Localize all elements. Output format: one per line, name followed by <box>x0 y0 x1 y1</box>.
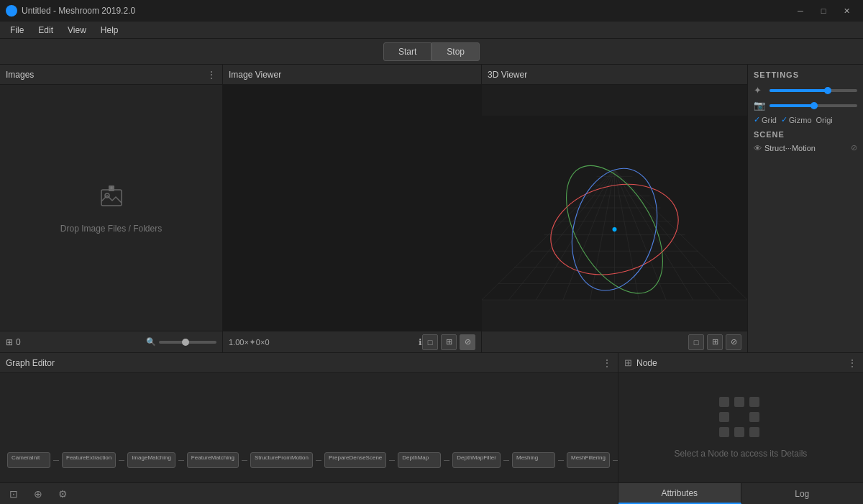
scene-item: 👁 Struct···Motion ⊘ <box>754 143 857 152</box>
titlebar-left: Untitled - Meshroom 2019.2.0 <box>6 5 135 17</box>
node-preparedensescene[interactable]: PrepareDenseScene <box>324 452 386 468</box>
pipeline-nodes: CameraInit FeatureExtraction ImageMatchi… <box>7 452 618 468</box>
eye-icon[interactable]: 👁 <box>754 144 762 152</box>
connector-6 <box>389 460 395 461</box>
svg-point-29 <box>612 227 616 232</box>
viewer3d-grid-view-button[interactable]: ⊞ <box>707 334 723 350</box>
images-panel: Images ⋮ + Drop Image Files / Folders <box>0 65 223 352</box>
images-count-value: 0 <box>16 337 21 347</box>
connector-7 <box>444 460 449 461</box>
node-depthmapfilter[interactable]: DepthMapFilter <box>452 452 501 468</box>
graph-canvas[interactable]: CameraInit FeatureExtraction ImageMatchi… <box>0 373 618 482</box>
menu-help[interactable]: Help <box>93 24 126 37</box>
node-detail-area: Select a Node to access its Details <box>618 373 863 482</box>
brightness-fill <box>770 89 826 92</box>
iv-single-view-button[interactable]: □ <box>422 334 438 350</box>
grid-checkmark: ✓ <box>754 115 760 124</box>
node-meshfiltering[interactable]: MeshFiltering <box>567 452 610 468</box>
connector-2 <box>119 460 124 461</box>
viewer3d-title: 3D Viewer <box>488 70 527 80</box>
svg-text:+: + <box>109 185 113 191</box>
viewer3d-canvas[interactable] <box>482 85 747 331</box>
main-content: Images ⋮ + Drop Image Files / Folders <box>0 65 863 504</box>
settings-row-1: ✦ <box>754 85 857 96</box>
viewer3d-single-view-button[interactable]: □ <box>688 334 704 350</box>
settings-checkboxes: ✓ Grid ✓ Gizmo Origi <box>754 115 857 124</box>
graph-fit-button[interactable]: ⊡ <box>6 486 22 502</box>
graph-panel: Graph Editor ⋮ CameraInit FeatureExtract… <box>0 353 618 504</box>
menubar: File Edit View Help <box>0 22 863 39</box>
node-dot-2 <box>734 397 744 407</box>
grid-checkbox[interactable]: ✓ Grid <box>754 115 777 124</box>
node-menu-icon[interactable]: ⋮ <box>847 357 857 369</box>
graph-header: Graph Editor ⋮ <box>0 353 618 373</box>
connector-1 <box>53 460 59 461</box>
graph-menu-icon[interactable]: ⋮ <box>602 357 612 369</box>
graph-center-button[interactable]: ⊕ <box>30 486 46 502</box>
menu-view[interactable]: View <box>60 24 93 37</box>
scene-hide-icon[interactable]: ⊘ <box>851 143 857 152</box>
app-title: Untitled - Meshroom 2019.2.0 <box>22 6 135 16</box>
connector-8 <box>503 460 509 461</box>
drop-text: Drop Image Files / Folders <box>60 224 162 234</box>
node-dot-5 <box>734 412 744 422</box>
tab-attributes[interactable]: Attributes <box>618 483 741 504</box>
node-dot-7 <box>719 427 729 437</box>
camera-slider[interactable] <box>770 104 857 107</box>
close-button[interactable]: ✕ <box>836 4 857 18</box>
iv-grid-view-button[interactable]: ⊞ <box>441 334 457 350</box>
node-icon: ⊞ <box>624 357 632 368</box>
images-count: ⊞ 0 <box>6 337 21 347</box>
zoom-slider-images[interactable] <box>159 341 216 344</box>
connector-5 <box>316 460 321 461</box>
viewer3d-compare-view-button[interactable]: ⊘ <box>726 334 741 350</box>
node-featureextraction[interactable]: FeatureExtraction <box>62 452 116 468</box>
node-panel: ⊞ Node ⋮ Select a Node to access i <box>618 353 863 504</box>
origin-label: Origi <box>816 116 833 124</box>
node-meshing[interactable]: Meshing <box>512 452 555 468</box>
menu-file[interactable]: File <box>3 24 31 37</box>
origin-checkbox[interactable]: Origi <box>816 116 833 124</box>
node-placeholder-icon <box>719 397 762 440</box>
graph-footer: ⊡ ⊕ ⚙ <box>0 482 618 504</box>
iv-compare-view-button[interactable]: ⊘ <box>460 334 475 350</box>
node-dot-9 <box>749 427 759 437</box>
gizmo-checkmark: ✓ <box>781 115 787 124</box>
maximize-button[interactable]: □ <box>813 4 834 18</box>
app-icon <box>6 5 17 17</box>
stop-button[interactable]: Stop <box>432 42 480 61</box>
brightness-thumb <box>824 87 831 94</box>
connector-3 <box>178 460 184 461</box>
node-depthmap[interactable]: DepthMap <box>398 452 441 468</box>
camera-thumb <box>811 102 818 109</box>
camera-fill <box>770 104 813 107</box>
node-camerainit[interactable]: CameraInit <box>7 452 50 468</box>
settings-row-2: 📷 <box>754 100 857 111</box>
node-dot-1 <box>719 397 729 407</box>
brightness-slider[interactable] <box>770 89 857 92</box>
iv-coordinates: 0×0 <box>256 338 270 347</box>
node-placeholder-text: Select a Node to access its Details <box>675 449 808 459</box>
connector-10 <box>613 460 618 461</box>
node-dot-8 <box>734 427 744 437</box>
menu-edit[interactable]: Edit <box>31 24 60 37</box>
start-button[interactable]: Start <box>383 42 432 61</box>
images-drop-zone[interactable]: + Drop Image Files / Folders <box>0 85 222 331</box>
node-imagematching[interactable]: ImageMatching <box>127 452 175 468</box>
sun-icon: ✦ <box>754 85 765 96</box>
tab-log[interactable]: Log <box>741 483 864 504</box>
image-viewer-canvas[interactable] <box>223 85 481 331</box>
viewer3d-grid-svg <box>482 85 747 331</box>
image-viewer-panel: Image Viewer 1.00× ✦ 0×0 ℹ □ ⊞ ⊘ <box>223 65 482 352</box>
graph-settings-button[interactable]: ⚙ <box>55 486 70 502</box>
gizmo-label: Gizmo <box>789 116 812 124</box>
images-menu-icon[interactable]: ⋮ <box>206 69 216 81</box>
zoom-out-icon[interactable]: 🔍 <box>146 337 156 347</box>
gizmo-checkbox[interactable]: ✓ Gizmo <box>781 115 812 124</box>
viewer3d-panel: 3D Viewer <box>482 65 748 352</box>
node-structurefromotion[interactable]: StructureFromMotion <box>250 452 313 468</box>
grid-label: Grid <box>762 116 777 124</box>
minimize-button[interactable]: ─ <box>790 4 811 18</box>
iv-zoom-icon[interactable]: ✦ <box>249 337 256 347</box>
node-featurematching[interactable]: FeatureMatching <box>187 452 239 468</box>
